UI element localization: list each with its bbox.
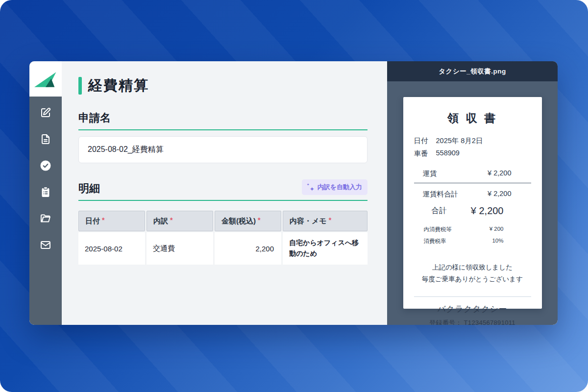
edit-icon <box>40 107 51 119</box>
sidebar-item-tasks[interactable] <box>39 185 52 199</box>
sidebar-item-files[interactable] <box>39 212 52 225</box>
receipt-note-line1: 上記の様に領収致しました <box>403 262 542 273</box>
page-title: 経費精算 <box>88 76 149 96</box>
receipt-car-row: 車番 558909 <box>403 149 542 158</box>
column-header-category: 内訳 * <box>147 211 213 231</box>
document-icon <box>40 133 51 145</box>
receipt-fare-total-row: 運賃料合計 ¥ 2,200 <box>403 190 542 199</box>
required-mark: * <box>102 216 104 224</box>
receipt-total-label: 合計 <box>432 206 447 216</box>
receipt-company-name: バクラクタクシー <box>403 304 542 315</box>
preview-filename: タクシー_領収書.png <box>387 61 558 81</box>
sidebar-item-documents[interactable] <box>39 132 52 146</box>
receipt-divider <box>414 296 531 297</box>
column-header-amount: 金額(税込) * <box>215 211 281 231</box>
mail-icon <box>40 239 51 251</box>
application-name-header: 申請名 <box>78 111 368 130</box>
sidebar-item-compose[interactable] <box>39 106 52 120</box>
detail-table: 日付 * 内訳 * 金額(税込) * 内容・メモ <box>78 211 368 265</box>
table-row: 2025-08-02 交通費 2,200 自宅からオフィスへ移動のため <box>78 232 368 265</box>
table-header-row: 日付 * 内訳 * 金額(税込) * 内容・メモ <box>78 211 368 231</box>
column-header-memo: 内容・メモ * <box>283 211 368 231</box>
receipt-registration-number: 登録番号： T1234567891011 <box>403 318 542 325</box>
receipt-total-row: 合計 ¥ 2,200 <box>403 205 542 217</box>
application-name-section: 申請名 <box>78 111 368 163</box>
receipt-car-value: 558909 <box>436 149 460 158</box>
details-label: 明細 <box>78 181 100 196</box>
receipt-fare-label: 運賃 <box>423 169 437 178</box>
receipt-total-value: ¥ 2,200 <box>471 205 504 217</box>
receipt-fare-value: ¥ 2,200 <box>488 169 511 178</box>
receipt-preview-panel: タクシー_領収書.png 領 収 書 日付 2025年 8月2日 車番 5589… <box>387 61 558 325</box>
receipt-title: 領 収 書 <box>403 111 542 126</box>
app-window: 経費精算 申請名 明細 ✦ ✦ 内訳を自動入力 <box>29 61 558 325</box>
receipt-tax-row: 内消費税等 ¥ 200 <box>403 226 542 233</box>
receipt-tax-rate-row: 消費税率 10% <box>403 238 542 245</box>
receipt-fare-underline <box>414 183 531 183</box>
receipt-note-line2: 毎度ご乗車ありがとうございます <box>403 273 542 285</box>
column-header-date: 日付 * <box>78 211 145 231</box>
receipt-date-label: 日付 <box>414 136 428 146</box>
check-circle-icon <box>40 160 51 172</box>
receipt-fare-row: 運賃 ¥ 2,200 <box>403 169 542 178</box>
sidebar-item-mail[interactable] <box>39 238 52 252</box>
receipt-note: 上記の様に領収致しました 毎度ご乗車ありがとうございます <box>403 262 542 285</box>
title-accent-bar <box>78 77 82 95</box>
receipt-image[interactable]: 領 収 書 日付 2025年 8月2日 車番 558909 運賃 ¥ 2,200 <box>403 97 542 309</box>
cell-category[interactable]: 交通費 <box>147 232 213 265</box>
receipt-car-label: 車番 <box>414 149 428 158</box>
receipt-tax-rate-label: 消費税率 <box>424 238 446 245</box>
receipt-tax-rate-value: 10% <box>492 238 503 245</box>
receipt-tax-label: 内消費税等 <box>424 226 452 233</box>
required-mark: * <box>329 216 331 224</box>
receipt-date-value: 2025年 8月2日 <box>436 136 483 146</box>
sidebar-item-approvals[interactable] <box>39 159 52 172</box>
autofill-breakdown-button[interactable]: ✦ ✦ 内訳を自動入力 <box>302 179 368 195</box>
page-title-row: 経費精算 <box>78 76 368 96</box>
desktop-background: 経費精算 申請名 明細 ✦ ✦ 内訳を自動入力 <box>0 0 588 392</box>
receipt-fare-total-label: 運賃料合計 <box>423 190 459 199</box>
required-mark: * <box>170 216 172 224</box>
sidebar-nav <box>29 97 62 252</box>
receipt-fare-total-value: ¥ 2,200 <box>488 190 511 199</box>
cell-amount[interactable]: 2,200 <box>215 232 281 265</box>
receipt-date-row: 日付 2025年 8月2日 <box>403 136 542 146</box>
required-mark: * <box>258 216 260 224</box>
sparkles-icon: ✦ ✦ <box>307 184 314 191</box>
expense-form: 経費精算 申請名 明細 ✦ ✦ 内訳を自動入力 <box>62 61 387 325</box>
sidebar <box>29 61 62 325</box>
receipt-tax-value: ¥ 200 <box>490 226 504 233</box>
folder-icon <box>40 213 51 224</box>
application-name-input[interactable] <box>78 136 368 163</box>
preview-body: 領 収 書 日付 2025年 8月2日 車番 558909 運賃 ¥ 2,200 <box>387 81 558 325</box>
clipboard-icon <box>40 186 51 198</box>
autofill-button-label: 内訳を自動入力 <box>318 183 362 192</box>
bakuraku-logo-icon <box>33 68 58 90</box>
application-name-label: 申請名 <box>78 111 111 125</box>
cell-date[interactable]: 2025-08-02 <box>78 232 145 265</box>
cell-memo[interactable]: 自宅からオフィスへ移動のため <box>283 232 368 265</box>
app-logo[interactable] <box>29 61 62 97</box>
details-header: 明細 ✦ ✦ 内訳を自動入力 <box>78 179 368 201</box>
details-section: 明細 ✦ ✦ 内訳を自動入力 日付 * <box>78 179 368 265</box>
